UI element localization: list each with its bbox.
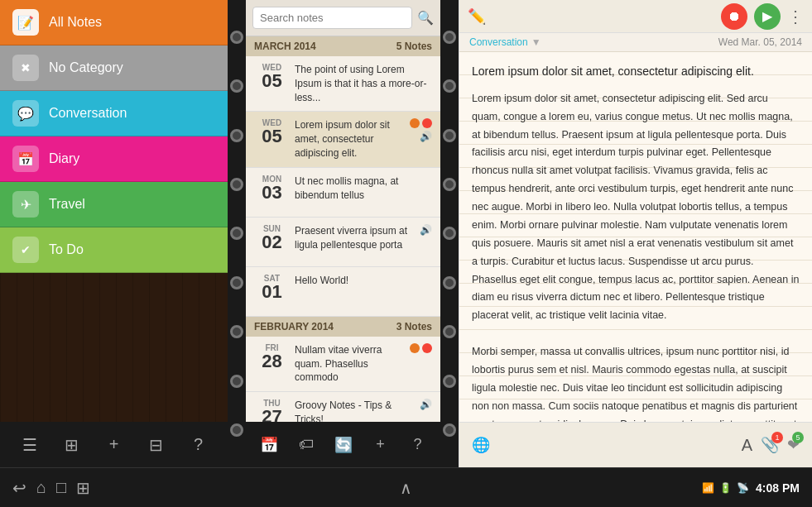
note-item[interactable]: SAT 01 Hello World!	[246, 267, 440, 317]
sidebar-help-btn[interactable]: ?	[184, 430, 214, 460]
search-input[interactable]	[252, 7, 412, 29]
sidebar-label-all-notes: All Notes	[49, 15, 102, 30]
sidebar-item-conversation[interactable]: 💬 Conversation	[0, 91, 228, 136]
note-item[interactable]: THU 27 Groovy Notes - Tips & Tricks! 🔊	[246, 392, 440, 422]
note-text: Hello World!	[295, 274, 432, 288]
note-title: Lorem ipsum dolor sit amet, consectetur …	[295, 118, 410, 160]
sync-btn[interactable]: 🔄	[330, 432, 357, 458]
sidebar-label-conversation: Conversation	[49, 106, 127, 121]
sound-icon: 🔊	[420, 224, 432, 236]
status-right: 📶 🔋 📡 4:08 PM	[702, 481, 800, 495]
search-bar: 🔍	[246, 0, 440, 36]
up-arrow-button[interactable]: ∧	[400, 478, 412, 498]
spiral-binding-left	[228, 0, 246, 467]
home-button[interactable]: ⌂	[36, 478, 46, 497]
note-count-button[interactable]: ❤ 5	[787, 436, 800, 454]
attachment-button[interactable]: 📎 1	[761, 436, 779, 454]
sidebar-item-diary[interactable]: 📅 Diary	[0, 136, 228, 182]
note-title: Hello World!	[295, 274, 432, 288]
spiral-ring	[443, 178, 456, 191]
sidebar-item-all-notes[interactable]: 📝 All Notes	[0, 0, 228, 45]
note-category[interactable]: Conversation	[469, 36, 528, 48]
note-item-active[interactable]: WED 05 Lorem ipsum dolor sit amet, conse…	[246, 112, 440, 167]
format-text-icon[interactable]: A	[742, 436, 752, 455]
sidebar-list-btn[interactable]: ⊞	[57, 430, 87, 460]
sidebar-menu-btn[interactable]: ☰	[15, 430, 45, 460]
sidebar-item-todo[interactable]: ✔ To Do	[0, 227, 228, 273]
spiral-ring	[443, 325, 456, 338]
spiral-ring	[230, 423, 243, 437]
spiral-ring	[443, 227, 456, 240]
back-button[interactable]: ↩	[12, 478, 26, 498]
calendar-btn[interactable]: 📅	[256, 432, 282, 458]
note-toolbar: ✏️ ⏺ ▶ ⋮	[459, 0, 812, 33]
note-content-panel: ✏️ ⏺ ▶ ⋮ Conversation ▼ Wed Mar. 05, 201…	[459, 0, 812, 467]
spiral-ring	[443, 276, 456, 289]
spiral-ring	[443, 129, 456, 142]
sidebar-label-todo: To Do	[49, 242, 84, 257]
battery-icon: 🔋	[719, 482, 732, 494]
tag-btn[interactable]: 🏷	[293, 432, 320, 458]
note-date: WED 05	[257, 118, 286, 146]
spiral-ring	[230, 31, 243, 44]
spiral-ring	[230, 276, 243, 289]
note-title: The point of using Lorem Ipsum is that i…	[295, 63, 432, 104]
conversation-icon: 💬	[12, 100, 39, 127]
note-date: WED 05	[257, 63, 286, 90]
notes-content: MARCH 2014 5 Notes WED 05 The point of u…	[246, 36, 440, 422]
screenshot-button[interactable]: ⊞	[76, 478, 90, 498]
note-body-paragraph-1: Lorem ipsum dolor sit amet, consectetur …	[472, 90, 800, 325]
note-item[interactable]: FRI 28 Nullam vitae viverra quam. Phasel…	[246, 337, 440, 392]
sidebar-grid-btn[interactable]: ⊟	[142, 430, 171, 460]
march-header: MARCH 2014 5 Notes	[246, 36, 440, 56]
edit-icon[interactable]: ✏️	[468, 7, 486, 26]
todo-icon: ✔	[12, 237, 39, 263]
note-actions: 🔊	[410, 118, 432, 142]
more-options-icon[interactable]: ⋮	[787, 7, 804, 26]
note-text: The point of using Lorem Ipsum is that i…	[295, 63, 432, 104]
note-meta: Conversation ▼ Wed Mar. 05, 2014	[459, 33, 812, 52]
note-bottom-toolbar: 🌐 A 📎 1 ❤ 5	[459, 422, 812, 467]
note-title: Groovy Notes - Tips & Tricks!	[295, 399, 416, 422]
sidebar: 📝 All Notes ✖ No Category 💬 Conversation…	[0, 0, 228, 467]
toolbar-left: ✏️	[468, 7, 486, 26]
help-btn[interactable]: ?	[405, 432, 431, 458]
spiral-ring	[230, 227, 243, 240]
spiral-binding-right	[440, 0, 459, 467]
sidebar-add-btn[interactable]: +	[99, 430, 129, 460]
note-title: Praesent viverra ipsum at ligula pellent…	[295, 224, 416, 252]
nav-buttons: ↩ ⌂ □ ⊞	[12, 478, 90, 498]
march-count: 5 Notes	[396, 41, 432, 52]
note-item[interactable]: WED 05 The point of using Lorem Ipsum is…	[246, 56, 440, 112]
february-header: FEBRUARY 2014 3 Notes	[246, 317, 440, 337]
play-button[interactable]: ▶	[754, 3, 781, 30]
spiral-ring	[443, 31, 456, 44]
spiral-ring	[230, 178, 243, 191]
recent-button[interactable]: □	[56, 478, 66, 497]
search-icon: 🔍	[417, 10, 434, 26]
note-item[interactable]: MON 03 Ut nec mollis magna, at bibendum …	[246, 168, 440, 218]
spiral-ring	[230, 129, 243, 142]
spiral-ring	[443, 423, 456, 437]
sidebar-item-travel[interactable]: ✈ Travel	[0, 182, 228, 227]
sidebar-item-no-category[interactable]: ✖ No Category	[0, 45, 228, 91]
attachment-count: 1	[771, 432, 783, 443]
pin-icon	[410, 118, 420, 128]
note-text: Nullam vitae viverra quam. Phasellus com…	[295, 343, 406, 385]
note-date: SAT 01	[257, 274, 286, 301]
sidebar-label-no-category: No Category	[49, 60, 123, 75]
add-note-btn[interactable]: +	[368, 432, 394, 458]
signal-icon: 📡	[737, 482, 749, 494]
note-item[interactable]: SUN 02 Praesent viverra ipsum at ligula …	[246, 218, 440, 267]
march-title: MARCH 2014	[254, 41, 316, 52]
record-button[interactable]: ⏺	[721, 3, 747, 30]
note-text: Groovy Notes - Tips & Tricks!	[295, 399, 416, 422]
no-category-icon: ✖	[12, 55, 39, 81]
note-text: Lorem ipsum dolor sit amet, consectetur …	[295, 118, 410, 160]
share-icon[interactable]: 🌐	[472, 436, 490, 454]
note-body: Lorem ipsum dolor sit amet, consectetur …	[459, 52, 812, 422]
spiral-ring	[443, 79, 456, 93]
record-icon	[422, 118, 432, 128]
record-icon	[422, 343, 432, 353]
sidebar-label-diary: Diary	[49, 151, 79, 166]
